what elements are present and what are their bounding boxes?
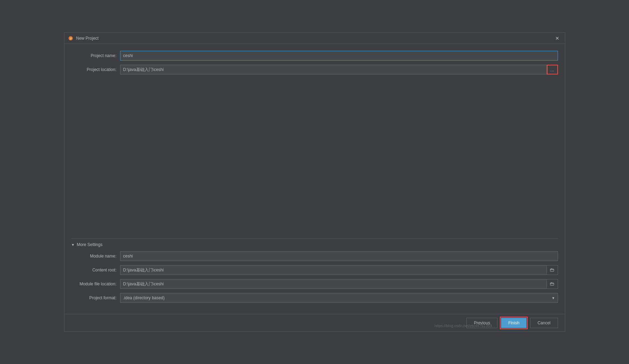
project-location-row: Project location: ... bbox=[71, 65, 558, 74]
dialog-title: New Project bbox=[76, 36, 553, 41]
more-settings-toggle[interactable]: ▼ More Settings bbox=[71, 242, 558, 247]
project-format-label: Project format: bbox=[71, 295, 120, 300]
more-settings-section: ▼ More Settings Module name: Content roo… bbox=[71, 238, 558, 307]
project-name-input[interactable] bbox=[120, 51, 558, 61]
project-location-label: Project location: bbox=[71, 67, 120, 72]
project-name-row: Project name: bbox=[71, 51, 558, 61]
content-root-input-wrap bbox=[120, 265, 558, 275]
svg-rect-2 bbox=[550, 269, 554, 271]
more-settings-label: More Settings bbox=[77, 242, 102, 247]
new-project-dialog: J New Project ✕ Project name: Project lo… bbox=[64, 32, 565, 332]
svg-text:J: J bbox=[70, 37, 71, 40]
project-format-select[interactable]: .idea (directory based) .ipr (file based… bbox=[120, 293, 558, 303]
finish-button-wrap: Finish bbox=[501, 318, 527, 328]
watermark-text: https://blog.csdn.net/etc44761359... bbox=[434, 324, 495, 328]
module-name-input-wrap bbox=[120, 251, 558, 261]
project-format-dropdown-wrap: .idea (directory based) .ipr (file based… bbox=[120, 293, 558, 303]
project-name-label: Project name: bbox=[71, 53, 120, 58]
close-button[interactable]: ✕ bbox=[553, 34, 561, 42]
module-file-location-label: Module file location: bbox=[71, 282, 120, 286]
svg-rect-3 bbox=[550, 283, 554, 285]
more-settings-arrow: ▼ bbox=[71, 243, 75, 247]
spacer bbox=[71, 79, 558, 238]
finish-button[interactable]: Finish bbox=[501, 318, 527, 328]
cancel-button[interactable]: Cancel bbox=[530, 318, 558, 328]
content-root-label: Content root: bbox=[71, 268, 120, 272]
project-location-input-wrap: ... bbox=[120, 65, 558, 74]
project-location-browse-button[interactable]: ... bbox=[547, 65, 558, 74]
project-format-select-wrap: .idea (directory based) .ipr (file based… bbox=[120, 293, 558, 303]
dialog-content: Project name: Project location: ... ▼ Mo… bbox=[64, 44, 565, 314]
module-file-location-input-wrap bbox=[120, 279, 558, 289]
title-bar: J New Project ✕ bbox=[64, 33, 565, 44]
module-file-location-row: Module file location: bbox=[71, 279, 558, 289]
content-root-input[interactable] bbox=[120, 265, 547, 275]
more-settings-form: Module name: Content root: bbox=[71, 251, 558, 303]
app-icon: J bbox=[68, 35, 73, 41]
content-root-browse-button[interactable] bbox=[547, 265, 558, 275]
module-file-location-browse-button[interactable] bbox=[547, 279, 558, 289]
module-name-label: Module name: bbox=[71, 254, 120, 259]
project-format-row: Project format: .idea (directory based) … bbox=[71, 293, 558, 303]
module-name-row: Module name: bbox=[71, 251, 558, 261]
project-location-input[interactable] bbox=[120, 65, 547, 74]
content-root-row: Content root: bbox=[71, 265, 558, 275]
dialog-footer: Previous Finish Cancel bbox=[64, 314, 565, 331]
module-name-input[interactable] bbox=[120, 251, 558, 261]
project-name-input-wrap bbox=[120, 51, 558, 61]
module-file-location-input[interactable] bbox=[120, 279, 547, 289]
